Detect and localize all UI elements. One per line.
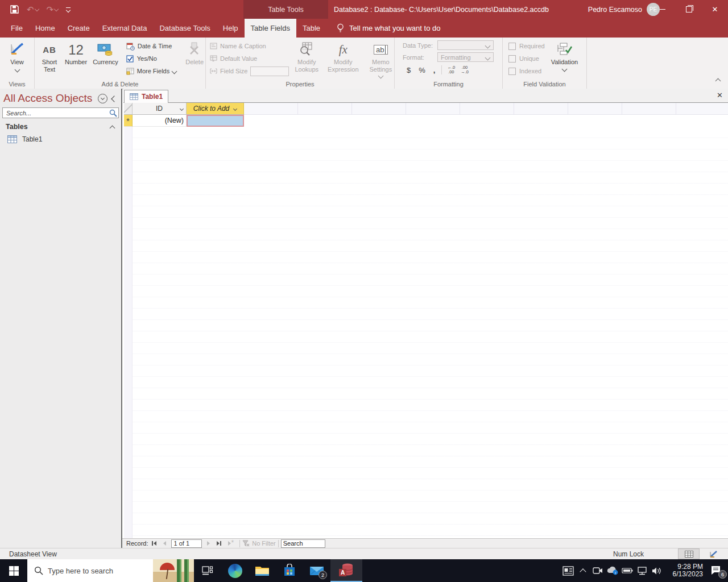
document-close-button[interactable]: ✕ [717, 91, 723, 99]
nav-item-table1[interactable]: Table1 [0, 133, 121, 146]
shutter-bar-button[interactable] [110, 93, 119, 103]
search-highlight-image[interactable] [153, 559, 194, 582]
taskbar-mail-button[interactable]: 2 [303, 559, 330, 582]
apply-currency-button[interactable]: $ [403, 66, 415, 74]
apply-percent-button[interactable]: % [415, 66, 429, 74]
data-type-label: Data Type: [403, 42, 434, 49]
decrease-decimals-button[interactable]: .00 →.0 [458, 65, 471, 74]
currency-button[interactable]: Currency [90, 39, 121, 67]
format-dropdown-icon [485, 55, 491, 60]
nav-pane-menu-button[interactable] [98, 94, 107, 103]
hidden-icons-chevron-icon [580, 568, 586, 575]
yes-no-button[interactable]: Yes/No [125, 53, 178, 64]
first-record-button[interactable] [148, 541, 160, 546]
number-label: Number [65, 59, 87, 66]
taskbar-search-box[interactable]: Type here to search [27, 559, 194, 582]
close-button[interactable]: ✕ [702, 0, 728, 19]
datasheet-corner-cell[interactable] [124, 103, 133, 115]
tab-home[interactable]: Home [29, 19, 61, 38]
record-search-input[interactable] [281, 539, 325, 548]
column-header-id[interactable]: ID [133, 103, 187, 115]
customize-qat-button[interactable] [66, 7, 71, 12]
hidden-icons-button[interactable] [576, 559, 590, 582]
record-position-box[interactable]: 1 of 1 [171, 539, 202, 548]
save-button[interactable] [10, 5, 19, 14]
name-caption-icon [210, 43, 217, 49]
status-view-name: Datasheet View [9, 550, 57, 558]
filter-icon [242, 540, 250, 547]
network-button[interactable] [635, 559, 650, 582]
click-to-add-dropdown-icon[interactable] [233, 107, 237, 111]
group-views: View Views [0, 38, 35, 89]
notification-center-button[interactable]: 6 [705, 559, 728, 582]
tab-file[interactable]: File [5, 19, 29, 38]
next-record-icon [207, 541, 210, 546]
yes-no-label: Yes/No [137, 55, 157, 62]
last-record-icon [220, 541, 221, 546]
taskbar-clock[interactable]: 9:28 PM 6/13/2023 [668, 563, 703, 578]
table-icon [7, 135, 17, 143]
taskbar-edge-button[interactable] [221, 559, 249, 582]
meet-now-button[interactable] [590, 559, 605, 582]
view-button[interactable]: View [7, 39, 27, 73]
row-selector-column [124, 127, 133, 538]
minimize-button[interactable] [650, 0, 676, 19]
undo-button[interactable]: ↶ [27, 5, 39, 14]
memo-settings-label: Memo Settings [366, 59, 395, 73]
cell-click-to-add-selected[interactable] [187, 115, 244, 127]
restore-button[interactable] [676, 0, 702, 19]
column-header-click-to-add[interactable]: Click to Add [187, 103, 244, 115]
quick-access-toolbar: ↶ ↷ [10, 0, 71, 19]
design-view-button[interactable] [703, 548, 725, 559]
tell-me-box[interactable]: Tell me what you want to do [337, 19, 440, 38]
nav-group-tables[interactable]: Tables [0, 118, 121, 133]
nav-search-input[interactable] [5, 109, 109, 117]
last-record-button[interactable] [213, 541, 225, 546]
close-icon: ✕ [712, 5, 718, 14]
redo-button[interactable]: ↷ [47, 5, 59, 14]
taskbar-access-button[interactable]: A [330, 559, 362, 582]
tab-create[interactable]: Create [61, 19, 96, 38]
news-widget-button[interactable] [561, 559, 576, 582]
contextual-tab-group-label: Table Tools [268, 6, 303, 14]
new-row-selector[interactable]: * [124, 115, 133, 127]
more-fields-button[interactable]: More Fields [125, 65, 178, 77]
battery-button[interactable] [620, 559, 635, 582]
table-icon [130, 93, 138, 100]
required-checkbox: Required [508, 40, 545, 52]
validation-dropdown-icon [561, 66, 567, 72]
date-time-button[interactable]: Date & Time [125, 40, 178, 52]
apply-comma-button[interactable]: , [429, 66, 440, 74]
nav-search-box[interactable] [2, 107, 119, 118]
datasheet-view-button[interactable] [678, 548, 700, 559]
redo-icon: ↷ [47, 5, 54, 14]
title-bar: Table Tools ↶ ↷ Database2 : Database- C:… [0, 0, 728, 19]
unique-checkbox-icon [508, 55, 516, 63]
short-text-button[interactable]: AB Short Text [37, 39, 62, 74]
increase-decimals-button[interactable]: ←.0 .00 [444, 65, 458, 74]
ribbon: View Views AB Short Text 12 Number [0, 38, 728, 89]
taskbar-search-placeholder: Type here to search [48, 567, 113, 575]
task-view-button[interactable] [194, 559, 221, 582]
taskbar: Type here to search 2 [0, 559, 728, 582]
volume-button[interactable] [650, 559, 664, 582]
start-button[interactable] [0, 559, 27, 582]
number-button[interactable]: 12 Number [62, 39, 90, 67]
column-id-dropdown-icon[interactable] [180, 107, 184, 111]
cell-id-new[interactable]: (New) [133, 115, 187, 127]
search-icon[interactable] [109, 109, 117, 117]
tab-table-fields[interactable]: Table Fields [245, 19, 296, 38]
validation-button[interactable]: Validation [548, 39, 581, 72]
tab-help[interactable]: Help [217, 19, 245, 38]
tell-me-label: Tell me what you want to do [349, 24, 440, 32]
collapse-ribbon-button[interactable] [716, 75, 720, 85]
document-tab-table1[interactable]: Table1 [124, 90, 168, 103]
tab-database-tools[interactable]: Database Tools [153, 19, 216, 38]
delete-button: Delete [183, 39, 206, 67]
taskbar-explorer-button[interactable] [249, 559, 276, 582]
nav-pane-menu-icon [101, 95, 105, 99]
tab-table[interactable]: Table [296, 19, 326, 38]
onedrive-button[interactable]: i [605, 559, 620, 582]
taskbar-store-button[interactable] [276, 559, 303, 582]
tab-external-data[interactable]: External Data [96, 19, 154, 38]
